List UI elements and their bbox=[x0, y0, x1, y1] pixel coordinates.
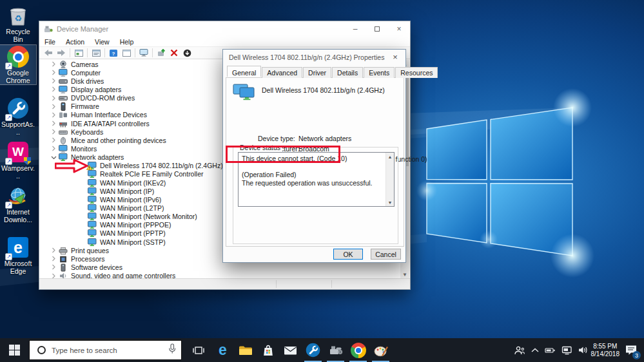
desktop-icon-label: Google Chrome bbox=[1, 70, 35, 84]
desktop-icon-microsoft-edge[interactable]: e↗Microsoft Edge bbox=[0, 236, 36, 275]
microsoft-edge-icon: e↗ bbox=[6, 236, 30, 259]
desktop-icon-supportassist[interactable]: ↗SupportAs... bbox=[0, 97, 36, 136]
display-adapter-icon bbox=[59, 86, 68, 93]
tab-driver[interactable]: Driver bbox=[303, 67, 331, 78]
chevron-right-icon[interactable] bbox=[50, 256, 57, 262]
network-adapter-icon bbox=[88, 238, 97, 246]
start-button[interactable] bbox=[0, 338, 29, 362]
tree-item-label: Disk drives bbox=[71, 77, 104, 85]
tree-item[interactable]: Software devices bbox=[40, 263, 400, 271]
menu-view[interactable]: View bbox=[90, 38, 115, 46]
device-manager-titlebar[interactable]: Device Manager – × bbox=[39, 21, 410, 37]
device-name: Dell Wireless 1704 802.11b/g/n (2.4GHz) bbox=[262, 86, 385, 94]
action-center-button[interactable]: 3 bbox=[621, 338, 641, 362]
network-adapter-icon bbox=[88, 196, 97, 204]
microphone-icon[interactable] bbox=[168, 343, 176, 357]
cancel-button[interactable]: Cancel bbox=[371, 249, 401, 260]
field-value: Network adapters bbox=[298, 135, 351, 142]
taskbar: Type here to search e 8:55 PM 8/14/2018 … bbox=[0, 338, 644, 362]
taskbar-chrome-icon[interactable] bbox=[347, 338, 369, 362]
people-icon[interactable] bbox=[514, 345, 525, 356]
network-adapter-icon bbox=[88, 204, 97, 212]
console-icon[interactable] bbox=[73, 48, 84, 58]
taskbar-store-icon[interactable] bbox=[257, 338, 279, 362]
tree-item-label: DVD/CD-ROM drives bbox=[71, 94, 135, 102]
tree-item-label: IDE ATA/ATAPI controllers bbox=[71, 120, 150, 128]
taskbar-device-manager-icon[interactable] bbox=[324, 338, 347, 362]
tab-advanced[interactable]: Advanced bbox=[262, 67, 302, 78]
menu-file[interactable]: File bbox=[39, 38, 61, 46]
chevron-right-icon[interactable] bbox=[50, 86, 57, 92]
chevron-right-icon[interactable] bbox=[50, 146, 57, 151]
close-button[interactable]: × bbox=[388, 21, 410, 37]
network-adapter-large-icon bbox=[233, 84, 256, 104]
properties-icon[interactable] bbox=[90, 48, 102, 58]
desktop-icon-wampserver[interactable]: W↗Wampserv... bbox=[0, 140, 36, 180]
field-row: Device type:Network adapters bbox=[258, 135, 351, 142]
chevron-right-icon[interactable] bbox=[50, 129, 57, 135]
desktop: ♻Recycle Bin↗Google Chrome↗SupportAs...W… bbox=[0, 0, 644, 362]
camera-icon bbox=[59, 61, 68, 68]
disable-device-icon[interactable] bbox=[181, 48, 193, 58]
taskbar-task-view-icon[interactable] bbox=[187, 338, 210, 362]
status-scrollbar[interactable]: ▲ ▼ bbox=[385, 153, 394, 206]
ok-button[interactable]: OK bbox=[333, 249, 363, 260]
volume-icon[interactable] bbox=[578, 346, 589, 354]
network-adapter-icon bbox=[88, 187, 97, 195]
window-title: Device Manager bbox=[57, 25, 108, 33]
menu-help[interactable]: Help bbox=[115, 38, 139, 46]
clock-time: 8:55 PM bbox=[593, 343, 617, 350]
update-driver-icon[interactable] bbox=[155, 48, 167, 58]
internet-download-manager-icon: ↗ bbox=[6, 184, 30, 207]
status-scroll-up-icon[interactable]: ▲ bbox=[386, 153, 394, 160]
battery-icon[interactable] bbox=[545, 347, 556, 354]
chevron-right-icon[interactable] bbox=[50, 112, 57, 118]
chevron-right-icon[interactable] bbox=[50, 70, 57, 75]
taskbar-mail-icon[interactable] bbox=[279, 338, 302, 362]
status-scroll-down-icon[interactable]: ▼ bbox=[386, 198, 394, 206]
tree-item-label: WAN Miniport (Network Monitor) bbox=[100, 213, 197, 220]
uninstall-icon[interactable] bbox=[168, 48, 180, 58]
tab-details[interactable]: Details bbox=[332, 67, 363, 78]
taskbar-clock[interactable]: 8:55 PM 8/14/2018 bbox=[591, 338, 620, 362]
scan-hardware-icon[interactable] bbox=[138, 48, 150, 58]
tab-resources[interactable]: Resources bbox=[395, 67, 438, 78]
desktop-icon-label: SupportAs... bbox=[1, 121, 35, 136]
menu-action[interactable]: Action bbox=[61, 38, 90, 46]
help-icon[interactable]: ? bbox=[108, 48, 119, 58]
back-icon[interactable] bbox=[43, 48, 54, 58]
shortcut-arrow-icon: ↗ bbox=[5, 158, 12, 165]
tab-events[interactable]: Events bbox=[364, 67, 395, 78]
tab-general[interactable]: General bbox=[227, 66, 261, 77]
forward-icon[interactable] bbox=[55, 48, 67, 58]
red-arrow-annotation bbox=[55, 158, 90, 173]
chevron-right-icon[interactable] bbox=[50, 247, 57, 253]
network-icon[interactable] bbox=[561, 346, 572, 355]
maximize-button[interactable] bbox=[366, 21, 388, 37]
network-adapter-icon bbox=[88, 229, 97, 237]
dialog-titlebar[interactable]: Dell Wireless 1704 802.11b/g/n (2.4GHz) … bbox=[223, 50, 405, 64]
window-icon[interactable] bbox=[121, 48, 132, 58]
chevron-right-icon[interactable] bbox=[50, 95, 57, 101]
taskbar-edge-icon[interactable]: e bbox=[211, 338, 234, 362]
taskbar-paint-icon[interactable] bbox=[369, 338, 392, 362]
toolbar-separator bbox=[87, 48, 88, 57]
taskbar-supportassist-icon[interactable] bbox=[302, 338, 324, 362]
chevron-up-icon[interactable] bbox=[531, 348, 539, 353]
dialog-close-icon[interactable]: × bbox=[385, 50, 405, 64]
dialog-tabs: GeneralAdvancedDriverDetailsEventsResour… bbox=[227, 67, 438, 78]
chevron-right-icon[interactable] bbox=[50, 264, 57, 270]
chevron-right-icon[interactable] bbox=[50, 78, 57, 84]
tree-item-label: WAN Miniport (IPv6) bbox=[100, 196, 161, 204]
chevron-right-icon[interactable] bbox=[50, 104, 57, 110]
minimize-button[interactable]: – bbox=[344, 21, 366, 37]
desktop-icon-internet-download-manager[interactable]: ↗Internet Downlo... bbox=[0, 184, 36, 224]
search-input[interactable]: Type here to search bbox=[29, 340, 182, 360]
toolbar-separator bbox=[135, 48, 135, 57]
desktop-icon-google-chrome[interactable]: ↗Google Chrome bbox=[0, 45, 36, 84]
chevron-right-icon[interactable] bbox=[50, 61, 57, 67]
desktop-icon-recycle-bin[interactable]: ♻Recycle Bin bbox=[0, 4, 36, 43]
chevron-right-icon[interactable] bbox=[50, 120, 57, 126]
taskbar-file-explorer-icon[interactable] bbox=[234, 338, 257, 362]
chevron-right-icon[interactable] bbox=[50, 137, 57, 143]
